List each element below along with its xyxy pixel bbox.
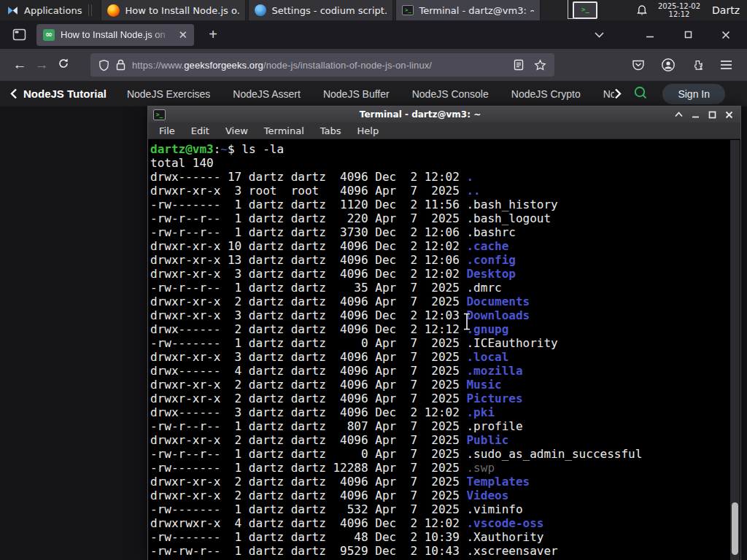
terminal-listing-line: -rw-r--r-- 1 dartz dartz 35 Apr 7 2025 .…	[150, 281, 740, 295]
url-domain: geeksforgeeks.org	[184, 60, 263, 71]
terminal-shade-button[interactable]	[675, 112, 683, 117]
terminal-listing-line: drwxr-xr-x 3 dartz dartz 4096 Apr 7 2025…	[150, 350, 740, 364]
firefox-view-button[interactable]	[9, 26, 29, 44]
terminal-listing-line: drwxr-xr-x 3 dartz dartz 4096 Dec 2 12:0…	[150, 267, 740, 281]
panel-clock[interactable]: 2025-12-02 12:12	[658, 2, 700, 18]
terminal-listing-line: drwxr-xr-x 2 dartz dartz 4096 Apr 7 2025…	[150, 378, 740, 392]
terminal-listing-line: -rw------- 1 dartz dartz 48 Dec 2 10:39 …	[150, 530, 740, 544]
site-nav-link-current[interactable]: NodeJS Tutorial	[23, 88, 107, 100]
terminal-listing-line: drwx------ 2 dartz dartz 4096 Dec 2 12:1…	[150, 322, 740, 336]
terminal-listing-line: drwx------ 17 dartz dartz 4096 Dec 2 12:…	[150, 170, 740, 184]
mouse-cursor-ibeam	[462, 312, 472, 331]
nav-scroll-left-button[interactable]	[10, 88, 18, 99]
extensions-icon[interactable]	[691, 58, 705, 72]
terminal-menubar: FileEditViewTerminalTabsHelp	[148, 122, 740, 139]
nav-scroll-right-button[interactable]	[614, 88, 622, 99]
window-button-label: Settings - codium script...	[271, 5, 387, 16]
terminal-menu-item[interactable]: File	[151, 125, 183, 136]
terminal-listing-line: -rw------- 1 dartz dartz 0 Apr 7 2025 .I…	[150, 336, 740, 350]
terminal-listing-line: -rw-r--r-- 1 dartz dartz 0 Apr 7 2025 .s…	[150, 447, 740, 461]
terminal-menu-item[interactable]: Help	[349, 125, 387, 136]
browser-toolbar: ← → https://www.geeksforgeeks.org/node-j…	[0, 49, 747, 81]
tab-title: How to Install Node.js on	[61, 29, 172, 40]
applications-label: Applications	[24, 5, 82, 16]
chevron-down-icon	[595, 32, 604, 38]
site-nav-link[interactable]: NodeJS DNS	[603, 88, 615, 100]
terminal-listing-line: drwxr-xr-x 2 dartz dartz 4096 Apr 7 2025…	[150, 489, 740, 502]
window-maximize-button[interactable]	[680, 27, 696, 43]
terminal-listing-line: drwxr-xr-x 2 dartz dartz 4096 Apr 7 2025…	[150, 475, 740, 489]
site-nav-link[interactable]: NodeJS Console	[412, 88, 489, 100]
terminal-scrollbar-thumb[interactable]	[732, 502, 738, 555]
terminal-output: dartz@vm3:~$ ls -la total 140 drwx------…	[149, 140, 740, 560]
tab-close-icon[interactable]: ✕	[178, 28, 187, 42]
terminal-listing-line: -rw-r--r-- 1 dartz dartz 3730 Dec 2 12:0…	[150, 225, 740, 239]
window-button-label: How to Install Node.js o...	[125, 5, 239, 16]
site-nav-link[interactable]: NodeJS Crypto	[511, 88, 581, 100]
pocket-icon[interactable]	[631, 58, 646, 72]
terminal-window: >_ Terminal - dartz@vm3: ~	[147, 106, 741, 560]
window-button-codium-settings[interactable]: Settings - codium script...	[248, 0, 393, 20]
reload-button[interactable]	[53, 57, 74, 73]
site-search-button[interactable]	[633, 85, 648, 102]
back-icon: ←	[13, 57, 27, 72]
terminal-listing-line: drwxr-xr-x 3 root root 4096 Apr 7 2025 .…	[150, 184, 740, 198]
window-button-terminal[interactable]: >_ Terminal - dartz@vm3: ~	[395, 0, 541, 20]
account-icon[interactable]	[661, 58, 676, 72]
terminal-minimize-button[interactable]	[692, 112, 700, 118]
window-minimize-button[interactable]	[642, 27, 658, 43]
menu-icon[interactable]	[720, 60, 732, 70]
site-nav-link[interactable]: NodeJS Buffer	[323, 88, 390, 100]
terminal-window-icon: >_	[153, 109, 166, 120]
site-nav-link[interactable]: NodeJS Assert	[233, 88, 301, 100]
terminal-listing-line: drwxr-xr-x 13 dartz dartz 4096 Dec 2 12:…	[150, 253, 740, 267]
tray-terminal-icon[interactable]: >_	[573, 1, 597, 19]
terminal-listing-line: -rw-rw-r-- 1 dartz dartz 9529 Dec 2 10:4…	[150, 544, 740, 558]
shield-icon[interactable]	[98, 59, 109, 71]
terminal-menu-item[interactable]: Terminal	[256, 125, 312, 136]
new-tab-button[interactable]: +	[204, 26, 222, 43]
url-text: https://www.geeksforgeeks.org/node-js/in…	[132, 60, 432, 71]
site-nav: NodeJS Tutorial NodeJS ExercisesNodeJS A…	[0, 81, 747, 107]
notification-bell-icon[interactable]	[636, 4, 648, 17]
close-icon	[725, 111, 733, 119]
terminal-close-button[interactable]	[725, 111, 733, 119]
terminal-menu-item[interactable]: Tabs	[312, 125, 349, 136]
terminal-listing-line: drwx------ 4 dartz dartz 4096 Apr 7 2025…	[150, 364, 740, 378]
applications-icon	[7, 4, 19, 17]
geeksforgeeks-favicon: ∞	[43, 29, 55, 41]
site-nav-link[interactable]: NodeJS Exercises	[127, 88, 210, 100]
terminal-listing-line: drwxr-xr-x 10 dartz dartz 4096 Dec 2 12:…	[150, 239, 740, 253]
bookmark-star-icon[interactable]	[534, 59, 546, 71]
applications-menu-button[interactable]: Applications	[0, 0, 98, 20]
terminal-titlebar[interactable]: >_ Terminal - dartz@vm3: ~	[148, 106, 740, 122]
minimize-icon	[646, 31, 654, 39]
terminal-listing-line: -rw------- 1 dartz dartz 12288 Apr 7 202…	[150, 461, 740, 475]
codium-icon	[255, 4, 266, 16]
window-close-button[interactable]	[718, 27, 734, 43]
chevron-right-icon	[614, 88, 622, 99]
terminal-menu-item[interactable]: Edit	[183, 125, 217, 136]
desktop-panel: Applications How to Install Node.js o...…	[0, 0, 747, 20]
sign-in-button[interactable]: Sign In	[662, 84, 725, 104]
user-label: Dartz	[712, 4, 740, 16]
prompt-user-host: dartz@vm3	[150, 142, 214, 156]
terminal-listing-line: drwxrwxr-x 4 dartz dartz 4096 Dec 2 12:0…	[150, 516, 740, 530]
terminal-maximize-button[interactable]	[708, 111, 716, 119]
list-all-tabs-button[interactable]	[591, 27, 607, 43]
close-icon	[721, 31, 730, 39]
window-button-firefox[interactable]: How to Install Node.js o...	[101, 0, 246, 20]
lock-icon[interactable]	[116, 59, 125, 71]
terminal-total-line: total 140	[150, 156, 740, 170]
url-bar[interactable]: https://www.geeksforgeeks.org/node-js/in…	[90, 53, 554, 77]
forward-button[interactable]: →	[31, 57, 53, 73]
search-icon	[633, 85, 648, 100]
back-button[interactable]: ←	[9, 57, 31, 73]
terminal-scrollbar[interactable]	[730, 140, 740, 560]
forward-icon: →	[35, 57, 49, 72]
prompt-command: $ ls -la	[228, 142, 284, 156]
terminal-listing-line: drwxr-xr-x 2 dartz dartz 4096 Apr 7 2025…	[150, 295, 740, 308]
browser-tab[interactable]: ∞ How to Install Node.js on ✕	[36, 24, 194, 46]
terminal-menu-item[interactable]: View	[217, 125, 256, 136]
reader-mode-icon[interactable]	[514, 59, 524, 71]
